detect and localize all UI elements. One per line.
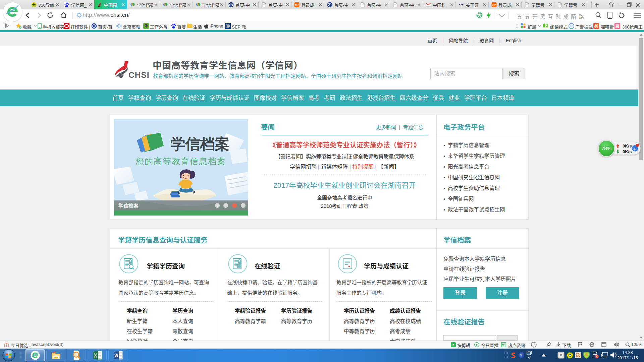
svg-text:折: 折	[594, 24, 599, 28]
svg-text:学信档案: 学信档案	[170, 135, 229, 153]
svg-text:您的高等教育信息档案: 您的高等教育信息档案	[136, 157, 226, 166]
svg-text:?: ?	[520, 353, 523, 358]
svg-text:票: 票	[615, 24, 620, 28]
svg-text:CHSI: CHSI	[128, 70, 150, 78]
svg-text:eP: eP	[295, 3, 299, 7]
svg-text:学信档案: 学信档案	[118, 203, 139, 208]
svg-text:eP: eP	[492, 3, 496, 7]
